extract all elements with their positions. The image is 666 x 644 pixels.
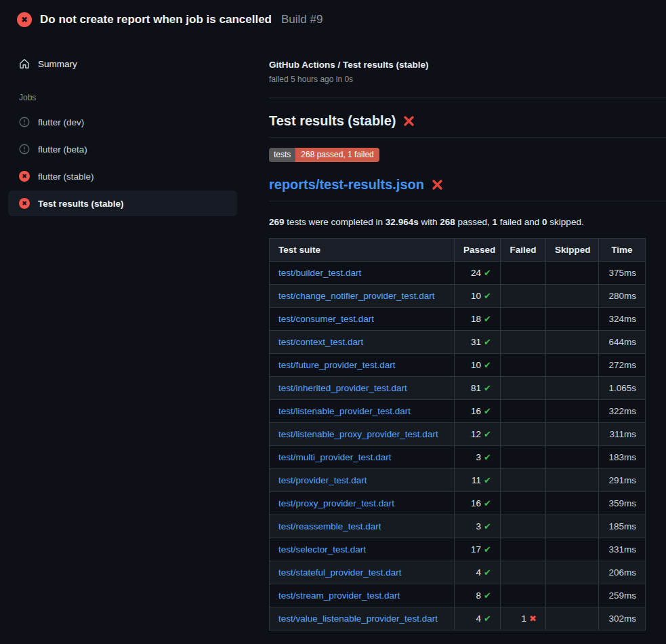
test-suite-link[interactable]: test/stateful_provider_test.dart	[278, 567, 402, 578]
check-icon: ✔	[484, 268, 491, 278]
check-icon: ✔	[484, 590, 491, 601]
check-icon: ✔	[484, 498, 491, 508]
cross-mark-icon	[431, 178, 444, 191]
time-cell: 311ms	[599, 423, 646, 446]
breadcrumb: GitHub Actions / Test results (stable)	[269, 60, 666, 70]
table-row: test/proxy_provider_test.dart 16✔ 359ms	[270, 492, 646, 515]
skipped-cell	[546, 331, 599, 354]
test-suite-link[interactable]: test/provider_test.dart	[278, 475, 367, 485]
sidebar-item-label: flutter (stable)	[38, 172, 94, 182]
test-suite-link[interactable]: test/listenable_proxy_provider_test.dart	[278, 429, 438, 439]
workflow-run-title: Do not create report when job is cancell…	[40, 13, 272, 26]
table-row: test/change_notifier_provider_test.dart …	[270, 285, 646, 308]
time-cell: 185ms	[599, 515, 646, 538]
passed-count: 31	[471, 337, 481, 347]
sidebar: Summary Jobs flutter (dev) flut	[0, 39, 269, 218]
time-cell: 322ms	[599, 400, 646, 423]
test-summary-sentence: 269 tests were completed in 32.964s with…	[269, 217, 666, 227]
sidebar-item-flutter-beta[interactable]: flutter (beta)	[8, 136, 237, 162]
passed-count: 8	[476, 590, 482, 601]
check-icon: ✔	[484, 567, 491, 578]
table-row: test/future_provider_test.dart 10✔ 272ms	[270, 354, 646, 377]
table-row: test/listenable_proxy_provider_test.dart…	[270, 423, 646, 446]
table-row: test/selector_test.dart 17✔ 331ms	[270, 538, 646, 561]
sidebar-item-test-results-stable[interactable]: ✖ Test results (stable)	[8, 190, 237, 216]
passed-count: 10	[471, 360, 481, 370]
passed-count: 10	[471, 291, 481, 301]
check-icon: ✔	[484, 383, 491, 393]
check-run-title: Test results (stable)	[269, 113, 396, 129]
test-suite-link[interactable]: test/stream_provider_test.dart	[278, 590, 400, 601]
skipped-cell	[546, 423, 599, 446]
skipped-cell	[546, 515, 599, 538]
check-icon: ✔	[484, 406, 491, 416]
failed-cell	[501, 262, 546, 285]
time-cell: 324ms	[599, 308, 646, 331]
test-suite-link[interactable]: test/future_provider_test.dart	[278, 360, 396, 370]
failed-status-icon: ✖	[17, 12, 32, 27]
failed-cell: 1✖	[501, 607, 546, 630]
check-icon: ✔	[484, 544, 491, 555]
failed-cell	[501, 308, 546, 331]
passed-count: 4	[476, 567, 482, 578]
passed-count: 268	[440, 217, 455, 227]
failed-count: 1	[493, 217, 498, 227]
x-glyph: ✖	[21, 15, 28, 24]
test-results-table: Test suite Passed Failed Skipped Time te…	[269, 238, 646, 630]
test-suite-link[interactable]: test/builder_test.dart	[278, 268, 361, 278]
failed-cell	[501, 354, 546, 377]
cross-mark-icon	[402, 115, 415, 127]
sidebar-item-label: Test results (stable)	[38, 199, 124, 209]
column-header-test-suite: Test suite	[270, 239, 455, 262]
failed-cell	[501, 469, 546, 492]
skipped-cell	[546, 308, 599, 331]
table-row: test/consumer_test.dart 18✔ 324ms	[270, 308, 646, 331]
summary-text: failed and	[497, 217, 542, 227]
test-suite-link[interactable]: test/proxy_provider_test.dart	[278, 498, 394, 508]
report-file-link[interactable]: reports/test-results.json	[269, 177, 424, 193]
skipped-count: 0	[542, 217, 547, 227]
skipped-cell	[546, 469, 599, 492]
table-row: test/value_listenable_provider_test.dart…	[270, 607, 646, 630]
skipped-cell	[546, 584, 599, 607]
summary-text: tests were completed in	[285, 217, 386, 227]
check-icon: ✔	[484, 613, 491, 624]
time-cell: 375ms	[599, 262, 646, 285]
test-suite-link[interactable]: test/selector_test.dart	[278, 544, 366, 555]
test-suite-link[interactable]: test/listenable_provider_test.dart	[278, 406, 411, 416]
summary-text: with	[419, 217, 440, 227]
test-suite-link[interactable]: test/multi_provider_test.dart	[278, 452, 392, 462]
passed-count: 3	[476, 452, 482, 462]
passed-count: 18	[471, 314, 481, 324]
total-tests-count: 269	[269, 217, 285, 227]
run-status-line: failed 5 hours ago in 0s	[269, 75, 666, 84]
time-cell: 331ms	[599, 538, 646, 561]
sidebar-item-flutter-dev[interactable]: flutter (dev)	[8, 109, 237, 135]
test-suite-link[interactable]: test/consumer_test.dart	[278, 314, 374, 324]
table-row: test/stream_provider_test.dart 8✔ 259ms	[270, 584, 646, 607]
time-cell: 259ms	[599, 584, 646, 607]
skipped-cell	[546, 538, 599, 561]
test-suite-link[interactable]: test/reassemble_test.dart	[278, 521, 381, 531]
skipped-cell	[546, 377, 599, 400]
test-suite-link[interactable]: test/inherited_provider_test.dart	[278, 383, 407, 393]
passed-count: 3	[476, 521, 482, 531]
test-suite-link[interactable]: test/context_test.dart	[278, 337, 363, 347]
passed-count: 16	[471, 498, 481, 508]
home-icon	[19, 58, 30, 69]
time-cell: 183ms	[599, 446, 646, 469]
test-suite-link[interactable]: test/value_listenable_provider_test.dart	[278, 613, 438, 624]
test-suite-link[interactable]: test/change_notifier_provider_test.dart	[278, 291, 434, 301]
time-cell: 272ms	[599, 354, 646, 377]
check-icon: ✔	[484, 314, 491, 324]
table-row: test/inherited_provider_test.dart 81✔ 1.…	[270, 377, 646, 400]
time-cell: 302ms	[599, 607, 646, 630]
skipped-cell	[546, 285, 599, 308]
failed-cell	[501, 423, 546, 446]
cancelled-icon	[19, 144, 30, 155]
passed-count: 12	[471, 429, 481, 439]
failed-cell	[501, 285, 546, 308]
divider	[269, 98, 666, 98]
sidebar-item-summary[interactable]: Summary	[0, 57, 269, 71]
sidebar-item-flutter-stable[interactable]: ✖ flutter (stable)	[8, 163, 237, 189]
